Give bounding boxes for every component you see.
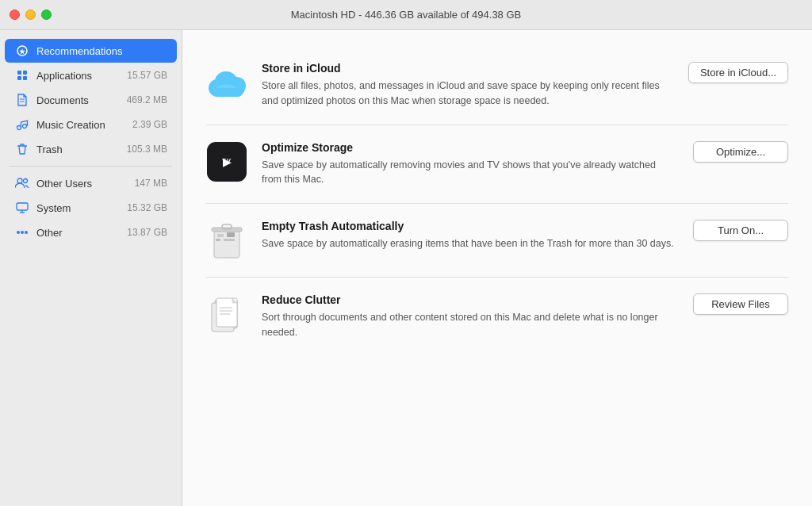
sidebar-item-recommendations[interactable]: Recommendations <box>5 39 177 63</box>
trash-full-icon <box>206 220 247 261</box>
sidebar-item-documents[interactable]: Documents 469.2 MB <box>5 88 177 112</box>
rec-text-clutter: Reduce Clutter Sort through documents an… <box>262 293 677 340</box>
svg-point-9 <box>17 178 22 183</box>
svg-point-15 <box>21 231 24 234</box>
sidebar-divider <box>10 166 172 167</box>
turn-on-button[interactable]: Turn On... <box>693 220 788 241</box>
sidebar: Recommendations Applications 15.57 GB <box>0 30 182 506</box>
sidebar-label-applications: Applications <box>36 70 124 82</box>
rec-desc-optimize: Save space by automatically removing mov… <box>262 158 677 188</box>
sidebar-item-applications[interactable]: Applications 15.57 GB <box>5 63 177 87</box>
maximize-button[interactable] <box>41 10 52 20</box>
traffic-lights <box>10 10 52 20</box>
sidebar-size-music-creation: 2.39 GB <box>132 119 167 130</box>
rec-title-icloud: Store in iCloud <box>262 62 672 75</box>
icloud-icon <box>206 62 247 103</box>
rec-text-optimize: Optimize Storage Save space by automatic… <box>262 141 677 188</box>
sidebar-item-music-creation[interactable]: Music Creation 2.39 GB <box>5 113 177 136</box>
sidebar-item-trash[interactable]: Trash 105.3 MB <box>5 137 177 161</box>
sidebar-size-other: 13.87 GB <box>127 227 167 238</box>
grid-icon <box>14 67 30 83</box>
doc-icon <box>14 92 30 108</box>
rec-desc-trash: Save space by automatically erasing item… <box>262 236 677 251</box>
rec-action-trash: Turn On... <box>693 220 788 241</box>
sidebar-size-applications: 15.57 GB <box>127 70 167 81</box>
close-button[interactable] <box>10 10 20 20</box>
review-files-button[interactable]: Review Files <box>693 293 788 315</box>
content-area: Store in iCloud Store all files, photos,… <box>182 30 812 506</box>
svg-rect-23 <box>216 239 220 241</box>
rec-item-optimize: ▶ TV Optimize Storage Save space by auto… <box>206 125 788 205</box>
rec-text-icloud: Store in iCloud Store all files, photos,… <box>262 62 672 109</box>
users-icon <box>14 175 30 191</box>
svg-rect-21 <box>217 234 224 237</box>
window-title: Macintosh HD - 446.36 GB available of 49… <box>291 9 522 21</box>
sidebar-item-other[interactable]: Other 13.87 GB <box>5 220 177 244</box>
svg-rect-3 <box>17 76 21 80</box>
rec-action-icloud: Store in iCloud... <box>688 62 788 83</box>
rec-title-clutter: Reduce Clutter <box>262 293 677 306</box>
trash-sidebar-icon <box>14 141 30 157</box>
sidebar-label-other: Other <box>36 227 124 239</box>
sidebar-label-trash: Trash <box>36 144 124 155</box>
rec-text-trash: Empty Trash Automatically Save space by … <box>262 220 677 251</box>
main-layout: Recommendations Applications 15.57 GB <box>0 30 812 506</box>
svg-point-7 <box>17 126 21 130</box>
rec-title-optimize: Optimize Storage <box>262 141 677 154</box>
rec-item-trash: Empty Trash Automatically Save space by … <box>206 204 788 278</box>
rec-title-trash: Empty Trash Automatically <box>262 220 677 232</box>
svg-text:TV: TV <box>222 157 232 164</box>
sidebar-label-recommendations: Recommendations <box>36 45 167 57</box>
sidebar-label-system: System <box>36 202 124 214</box>
rec-desc-clutter: Sort through documents and other content… <box>262 310 677 340</box>
rec-action-optimize: Optimize... <box>693 141 788 163</box>
svg-point-14 <box>17 231 20 234</box>
titlebar: Macintosh HD - 446.36 GB available of 49… <box>0 0 812 30</box>
sidebar-item-other-users[interactable]: Other Users 147 MB <box>5 171 177 195</box>
monitor-icon <box>14 200 30 216</box>
rec-item-clutter: Reduce Clutter Sort through documents an… <box>206 278 788 356</box>
appletv-icon: ▶ TV <box>206 141 247 182</box>
dots-icon <box>14 224 30 240</box>
store-icloud-button[interactable]: Store in iCloud... <box>688 62 788 83</box>
sidebar-label-music-creation: Music Creation <box>36 119 129 131</box>
minimize-button[interactable] <box>25 10 36 20</box>
optimize-button[interactable]: Optimize... <box>693 141 788 163</box>
svg-rect-1 <box>17 71 21 75</box>
sidebar-label-documents: Documents <box>36 94 124 106</box>
rec-action-clutter: Review Files <box>693 293 788 315</box>
folder-doc-icon <box>206 293 247 335</box>
rec-desc-icloud: Store all files, photos, and messages in… <box>262 79 672 109</box>
svg-point-10 <box>24 179 28 183</box>
sidebar-label-other-users: Other Users <box>36 178 132 190</box>
svg-point-16 <box>25 231 28 234</box>
sidebar-item-system[interactable]: System 15.32 GB <box>5 196 177 220</box>
svg-rect-2 <box>23 71 27 75</box>
sidebar-size-other-users: 147 MB <box>135 178 167 189</box>
svg-rect-4 <box>23 76 27 80</box>
svg-rect-22 <box>227 232 235 237</box>
sidebar-size-documents: 469.2 MB <box>127 94 167 105</box>
sidebar-size-trash: 105.3 MB <box>127 144 167 155</box>
music-icon <box>14 117 30 132</box>
star-icon <box>14 43 30 59</box>
sidebar-size-system: 15.32 GB <box>127 202 167 213</box>
svg-point-8 <box>23 125 27 128</box>
svg-rect-24 <box>224 239 235 241</box>
rec-item-icloud: Store in iCloud Store all files, photos,… <box>206 46 788 125</box>
svg-rect-11 <box>17 203 28 210</box>
